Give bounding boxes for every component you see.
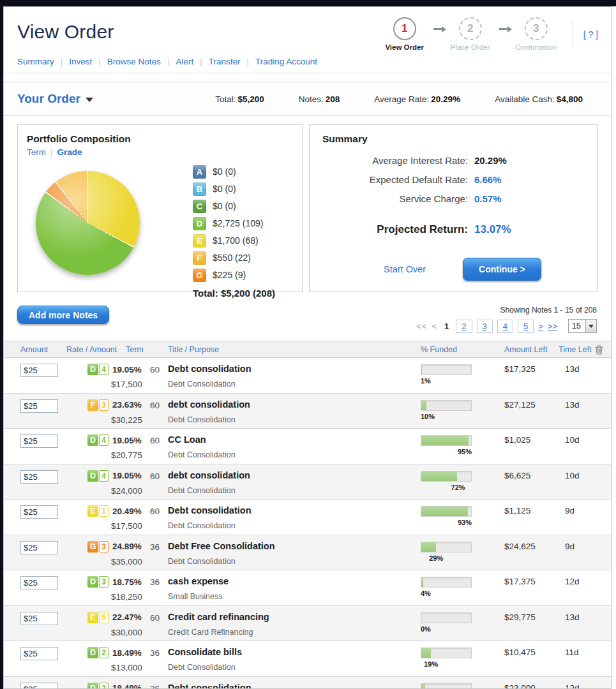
nav-tab-invest[interactable]: Invest — [69, 57, 107, 66]
order-stats: Total:$5,200Notes:208Average Rate:20.29%… — [215, 94, 583, 104]
nav-tab-summary[interactable]: Summary — [17, 57, 69, 66]
pagination-page-link[interactable]: 3 — [477, 320, 493, 333]
funded-cell: 0% — [421, 612, 504, 641]
page-size-select[interactable]: 15 — [568, 319, 597, 333]
grade-badge: D 4 — [87, 364, 109, 375]
funded-progress-bar — [421, 435, 472, 446]
grade-swatch: C — [193, 200, 206, 213]
pagination-page-link[interactable]: 4 — [497, 320, 513, 333]
grade-badge: D 2 — [87, 683, 109, 689]
loan-title: Debt consolidation — [168, 505, 421, 515]
step-3-circle: 3 — [525, 17, 548, 40]
note-term: 36 — [150, 647, 168, 676]
grade-badge: G 3 — [87, 541, 109, 552]
note-rate: 19.05% — [112, 365, 142, 374]
amount-left-value: $17,375 — [504, 576, 565, 605]
loan-amount: $30,000 — [111, 628, 150, 637]
note-amount-input[interactable] — [20, 612, 58, 625]
note-amount-input[interactable] — [20, 399, 58, 413]
note-row: F 3 23.63% $30,225 60 debt consolidation… — [4, 394, 611, 429]
legend-item: A $0 (0) — [193, 163, 275, 180]
note-amount-input[interactable] — [20, 541, 58, 554]
funded-cell: 19% — [421, 647, 504, 676]
order-stat: Notes:208 — [299, 94, 340, 104]
loan-title: Credit card refinancing — [168, 612, 421, 622]
page-container: View Order 1 View Order 2 Place Order 3 … — [3, 6, 612, 689]
portfolio-view-link[interactable]: Term — [27, 147, 46, 157]
step-1-circle: 1 — [393, 17, 416, 40]
legend-item: C $0 (0) — [193, 198, 275, 214]
note-term: 36 — [150, 541, 168, 570]
avg-interest-rate-value: 20.29% — [474, 155, 507, 166]
note-rate: 23.63% — [112, 400, 142, 410]
pagination-prev[interactable]: < — [432, 322, 437, 331]
time-left-value: 10d — [565, 470, 600, 500]
pagination-first[interactable]: << — [416, 322, 427, 331]
help-icon[interactable]: [ ? ] — [573, 20, 599, 48]
legend-item: D $2,725 (109) — [193, 215, 275, 232]
note-amount-input[interactable] — [20, 505, 58, 519]
loan-title: Debt consolidation — [168, 364, 421, 374]
note-amount-input[interactable] — [20, 364, 58, 377]
nav-tab-trading-account[interactable]: Trading Account — [255, 57, 317, 66]
note-amount-input[interactable] — [20, 434, 58, 448]
legend-item: B $0 (0) — [193, 181, 275, 197]
note-rate: 22.47% — [112, 612, 142, 622]
pagination-page-link[interactable]: 5 — [518, 320, 534, 333]
start-over-link[interactable]: Start Over — [384, 264, 426, 274]
grade-swatch: E — [193, 234, 206, 248]
note-rate: 24.89% — [112, 542, 142, 551]
note-amount-input[interactable] — [20, 647, 58, 660]
note-amount-input[interactable] — [20, 576, 58, 589]
col-header-time-left: Time Left — [559, 345, 594, 354]
note-amount-input[interactable] — [20, 470, 58, 484]
step-view-order: 1 View Order — [377, 17, 432, 51]
loan-purpose: Debt Consolidation — [168, 557, 421, 566]
pagination: << < 1 2345 > >> 15 — [416, 319, 597, 333]
funded-percent-label: 72% — [451, 484, 504, 491]
your-order-dropdown[interactable]: Your Order — [17, 92, 93, 106]
step-place-order: 2 Place Order — [443, 17, 498, 51]
loan-amount: $17,500 — [111, 380, 150, 389]
amount-left-value: $10,475 — [504, 647, 565, 676]
pagination-current-page: 1 — [442, 322, 451, 331]
nav-tab-transfer[interactable]: Transfer — [209, 57, 255, 66]
amount-left-value: $6,625 — [504, 470, 565, 500]
grade-badge: D 4 — [87, 470, 109, 482]
funded-percent-label: 29% — [429, 554, 504, 562]
portfolio-view-switch: Term|Grade — [27, 147, 293, 157]
note-row: D 2 18.49% $25,000 36 Debt consolidation… — [4, 677, 611, 689]
portfolio-view-link[interactable]: Grade — [57, 147, 82, 157]
delete-all-trash-icon[interactable] — [594, 344, 612, 355]
pie-legend: A $0 (0) B $0 (0) C $0 (0) D $2,725 (109… — [193, 163, 275, 299]
order-stat: Available Cash:$4,800 — [495, 94, 583, 104]
col-header-term: Term — [126, 345, 168, 354]
pagination-pages: 2345 — [456, 320, 534, 333]
funded-percent-label: 19% — [424, 660, 504, 668]
legend-item: F $550 (22) — [193, 249, 275, 266]
pagination-next[interactable]: > — [538, 322, 543, 331]
projected-return-row: Projected Return: 13.07% — [322, 223, 585, 236]
grade-badge: D 3 — [87, 576, 109, 588]
funded-progress-bar — [421, 364, 472, 375]
projected-return-value: 13.07% — [474, 223, 511, 236]
amount-left-value: $1,025 — [504, 434, 565, 464]
nav-tab-alert[interactable]: Alert — [176, 57, 208, 66]
loan-purpose: Debt Consolidation — [168, 486, 421, 495]
legend-item: G $225 (9) — [193, 267, 275, 283]
add-more-notes-button[interactable]: Add more Notes — [17, 306, 109, 324]
nav-tab-browse-notes[interactable]: Browse Notes — [107, 57, 176, 66]
loan-amount: $13,000 — [111, 663, 150, 672]
loan-purpose: Debt Consolidation — [168, 663, 421, 672]
loan-title: Debt Free Consolidation — [168, 541, 421, 551]
note-amount-input[interactable] — [20, 683, 58, 689]
summary-row: Expected Default Rate: 6.66% — [322, 174, 585, 185]
funded-cell: 72% — [421, 470, 504, 500]
pagination-last[interactable]: >> — [548, 322, 557, 331]
loan-amount: $24,000 — [111, 486, 150, 496]
continue-button[interactable]: Continue > — [463, 258, 541, 281]
pagination-page-link[interactable]: 2 — [456, 320, 472, 333]
col-header-title-purpose: Title / Purpose — [168, 345, 421, 354]
loan-title: CC Loan — [168, 434, 421, 445]
time-left-value: 11d — [565, 647, 600, 676]
